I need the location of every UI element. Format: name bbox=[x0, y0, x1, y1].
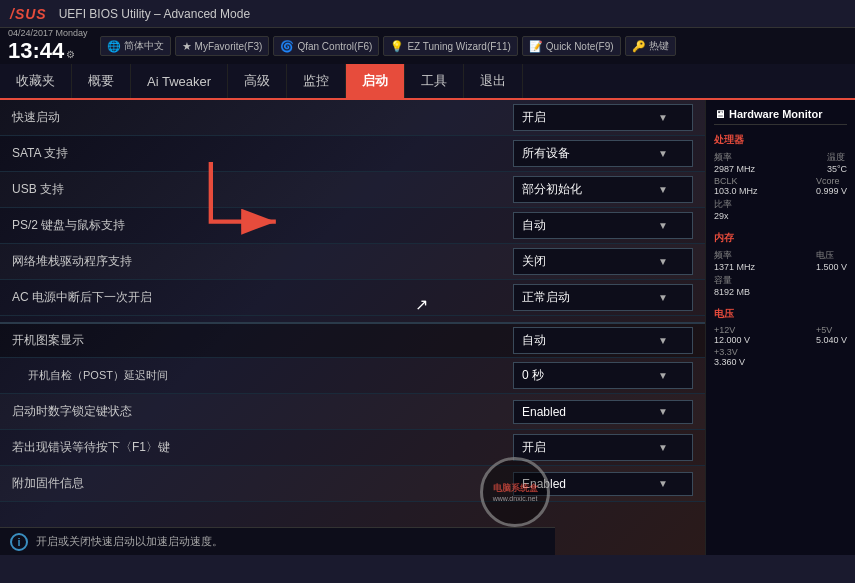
status-text: 开启或关闭快速启动以加速启动速度。 bbox=[36, 534, 223, 549]
chevron-down-icon: ▼ bbox=[658, 256, 668, 267]
sidebar-section-cpu: 处理器 频率 2987 MHz 温度 35°C BCLK 103.0 MHz V… bbox=[714, 133, 847, 221]
title-text: UEFI BIOS Utility – Advanced Mode bbox=[59, 7, 250, 21]
sidebar-label-5v: +5V bbox=[816, 325, 847, 335]
sidebar-section-title-cpu: 处理器 bbox=[714, 133, 847, 147]
qfan-btn[interactable]: 🌀 Qfan Control(F6) bbox=[273, 36, 379, 56]
chevron-down-icon: ▼ bbox=[658, 292, 668, 303]
dropdown-ps2[interactable]: 自动 ▼ bbox=[513, 212, 693, 239]
nav-item-exit[interactable]: 退出 bbox=[464, 64, 523, 98]
sidebar-row-mem-cap: 容量 8192 MB bbox=[714, 274, 847, 297]
chevron-down-icon: ▼ bbox=[658, 148, 668, 159]
setting-row-ac-power: AC 电源中断后下一次开启 正常启动 ▼ bbox=[0, 280, 705, 316]
dropdown-post-delay[interactable]: 0 秒 ▼ bbox=[513, 362, 693, 389]
myfavorite-btn[interactable]: ★ MyFavorite(F3) bbox=[175, 36, 270, 56]
quick-note-btn[interactable]: 📝 Quick Note(F9) bbox=[522, 36, 621, 56]
setting-value-numlock: Enabled ▼ bbox=[513, 400, 693, 424]
title-bar: /SUS UEFI BIOS Utility – Advanced Mode bbox=[0, 0, 855, 28]
dropdown-boot-logo[interactable]: 自动 ▼ bbox=[513, 327, 693, 354]
chevron-down-icon: ▼ bbox=[658, 184, 668, 195]
sidebar-row-mem-freq-volt: 频率 1371 MHz 电压 1.500 V bbox=[714, 249, 847, 272]
dropdown-addon-firmware[interactable]: Enabled ▼ bbox=[513, 472, 693, 496]
setting-value-post-delay: 0 秒 ▼ bbox=[513, 362, 693, 389]
ez-tuning-btn[interactable]: 💡 EZ Tuning Wizard(F11) bbox=[383, 36, 517, 56]
nav-item-boot[interactable]: 启动 bbox=[346, 64, 405, 98]
sidebar-value-freq: 2987 MHz bbox=[714, 164, 755, 174]
setting-value-sata: 所有设备 ▼ bbox=[513, 140, 693, 167]
setting-row-usb: USB 支持 部分初始化 ▼ bbox=[0, 172, 705, 208]
topbar-buttons: 🌐 简体中文 ★ MyFavorite(F3) 🌀 Qfan Control(F… bbox=[100, 36, 676, 56]
dropdown-f1-error[interactable]: 开启 ▼ bbox=[513, 434, 693, 461]
status-bar: i 开启或关闭快速启动以加速启动速度。 bbox=[0, 527, 555, 555]
dropdown-fast-boot[interactable]: 开启 ▼ bbox=[513, 104, 693, 131]
sidebar-label-mem-cap: 容量 bbox=[714, 274, 750, 287]
nav-item-monitor[interactable]: 监控 bbox=[287, 64, 346, 98]
sidebar-section-voltage: 电压 +12V 12.000 V +5V 5.040 V +3.3V 3.360… bbox=[714, 307, 847, 367]
sidebar-row-cpu-freq-temp: 频率 2987 MHz 温度 35°C bbox=[714, 151, 847, 174]
asus-logo: /SUS bbox=[10, 6, 47, 22]
chevron-down-icon: ▼ bbox=[658, 478, 668, 489]
hotkey-btn[interactable]: 🔑 热键 bbox=[625, 36, 676, 56]
setting-value-network-stack: 关闭 ▼ bbox=[513, 248, 693, 275]
chevron-down-icon: ▼ bbox=[658, 370, 668, 381]
setting-label-usb: USB 支持 bbox=[12, 173, 513, 206]
sidebar-value-bclk: 103.0 MHz bbox=[714, 186, 758, 196]
info-icon: i bbox=[10, 533, 28, 551]
setting-value-ac-power: 正常启动 ▼ bbox=[513, 284, 693, 311]
nav-item-overview[interactable]: 概要 bbox=[72, 64, 131, 98]
sidebar-value-ratio: 29x bbox=[714, 211, 732, 221]
dropdown-network-stack[interactable]: 关闭 ▼ bbox=[513, 248, 693, 275]
monitor-icon: 🖥 bbox=[714, 108, 725, 120]
dropdown-numlock[interactable]: Enabled ▼ bbox=[513, 400, 693, 424]
sidebar-label-bclk: BCLK bbox=[714, 176, 758, 186]
sidebar-section-title-voltage: 电压 bbox=[714, 307, 847, 321]
content-area: 快速启动 开启 ▼ SATA 支持 所有设备 ▼ bbox=[0, 100, 705, 555]
sidebar-label-mem-freq: 频率 bbox=[714, 249, 755, 262]
nav-item-favorites[interactable]: 收藏夹 bbox=[0, 64, 72, 98]
dropdown-ac-power[interactable]: 正常启动 ▼ bbox=[513, 284, 693, 311]
sidebar-label-freq: 频率 bbox=[714, 151, 755, 164]
setting-value-addon-firmware: Enabled ▼ bbox=[513, 472, 693, 496]
sidebar-value-vcore: 0.999 V bbox=[816, 186, 847, 196]
setting-value-f1-error: 开启 ▼ bbox=[513, 434, 693, 461]
sidebar-value-mem-cap: 8192 MB bbox=[714, 287, 750, 297]
setting-label-network-stack: 网络堆栈驱动程序支持 bbox=[12, 245, 513, 278]
setting-label-ps2: PS/2 键盘与鼠标支持 bbox=[12, 209, 513, 242]
sidebar-value-5v: 5.040 V bbox=[816, 335, 847, 345]
sidebar-row-volt-33: +3.3V 3.360 V bbox=[714, 347, 847, 367]
setting-row-ps2: PS/2 键盘与鼠标支持 自动 ▼ bbox=[0, 208, 705, 244]
sidebar-value-mem-volt: 1.500 V bbox=[816, 262, 847, 272]
chevron-down-icon: ▼ bbox=[658, 220, 668, 231]
globe-icon: 🌐 bbox=[107, 40, 121, 53]
sidebar-label-ratio: 比率 bbox=[714, 198, 732, 211]
note-icon: 📝 bbox=[529, 40, 543, 53]
nav-item-advanced[interactable]: 高级 bbox=[228, 64, 287, 98]
setting-value-ps2: 自动 ▼ bbox=[513, 212, 693, 239]
sidebar-section-title-memory: 内存 bbox=[714, 231, 847, 245]
setting-row-network-stack: 网络堆栈驱动程序支持 关闭 ▼ bbox=[0, 244, 705, 280]
setting-label-ac-power: AC 电源中断后下一次开启 bbox=[12, 281, 513, 314]
hardware-monitor-sidebar: 🖥 Hardware Monitor 处理器 频率 2987 MHz 温度 35… bbox=[705, 100, 855, 555]
sidebar-row-volt-12-5: +12V 12.000 V +5V 5.040 V bbox=[714, 325, 847, 345]
sidebar-row-cpu-ratio: 比率 29x bbox=[714, 198, 847, 221]
language-btn[interactable]: 🌐 简体中文 bbox=[100, 36, 171, 56]
setting-label-sata: SATA 支持 bbox=[12, 137, 513, 170]
sidebar-section-memory: 内存 频率 1371 MHz 电压 1.500 V 容量 8192 MB bbox=[714, 231, 847, 297]
chevron-down-icon: ▼ bbox=[658, 335, 668, 346]
star-icon: ★ bbox=[182, 40, 192, 53]
nav-item-ai-tweaker[interactable]: Ai Tweaker bbox=[131, 64, 228, 98]
nav-item-tools[interactable]: 工具 bbox=[405, 64, 464, 98]
time-display: 13:44 ⚙ bbox=[8, 38, 88, 64]
date-text: 04/24/2017 Monday bbox=[8, 28, 88, 38]
dropdown-sata[interactable]: 所有设备 ▼ bbox=[513, 140, 693, 167]
sidebar-value-mem-freq: 1371 MHz bbox=[714, 262, 755, 272]
setting-value-boot-logo: 自动 ▼ bbox=[513, 327, 693, 354]
sidebar-value-temp: 35°C bbox=[827, 164, 847, 174]
top-bar: 04/24/2017 Monday 13:44 ⚙ 🌐 简体中文 ★ MyFav… bbox=[0, 28, 855, 64]
dropdown-usb[interactable]: 部分初始化 ▼ bbox=[513, 176, 693, 203]
sidebar-value-33v: 3.360 V bbox=[714, 357, 745, 367]
setting-value-fast-boot: 开启 ▼ bbox=[513, 104, 693, 131]
nav-bar: 收藏夹 概要 Ai Tweaker 高级 监控 启动 工具 退出 bbox=[0, 64, 855, 100]
key-icon: 🔑 bbox=[632, 40, 646, 53]
sidebar-value-12v: 12.000 V bbox=[714, 335, 750, 345]
chevron-down-icon: ▼ bbox=[658, 112, 668, 123]
